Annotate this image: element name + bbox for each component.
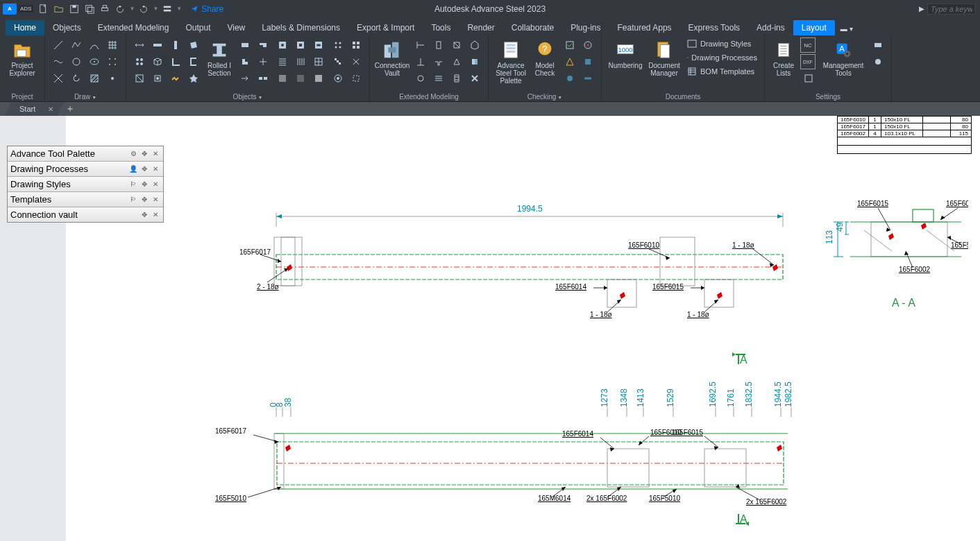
infinite-line-icon[interactable] [49, 70, 67, 87]
em10-icon[interactable] [430, 70, 448, 87]
em1-icon[interactable] [412, 37, 430, 53]
save-icon[interactable] [68, 3, 81, 15]
palette-templates[interactable]: Templates 🏳✥✕ [8, 192, 163, 207]
em11-icon[interactable] [448, 70, 466, 87]
open-icon[interactable] [53, 3, 65, 15]
tab-labels[interactable]: Labels & Dimensions [253, 20, 348, 35]
grating2-icon[interactable] [292, 53, 310, 70]
panel-draw-title[interactable]: Draw [74, 92, 96, 101]
grating1-icon[interactable] [273, 53, 292, 70]
weld-icon[interactable] [167, 70, 185, 87]
pin-icon[interactable]: ✥ [140, 180, 149, 189]
palette-drawstyles[interactable]: Drawing Styles 🏳✥✕ [8, 177, 163, 192]
split-icon[interactable] [254, 70, 272, 87]
column-icon[interactable] [167, 37, 185, 53]
document-manager-button[interactable]: Document Manager [646, 37, 682, 87]
pattern3-icon[interactable] [329, 53, 347, 70]
tab-objects[interactable]: Objects [44, 20, 90, 35]
close-icon[interactable]: ✕ [151, 180, 160, 189]
em5-icon[interactable] [412, 53, 430, 70]
project-explorer-button[interactable]: Project Explorer [4, 37, 40, 87]
angle-icon[interactable] [167, 53, 185, 70]
tab-output[interactable]: Output [177, 20, 219, 35]
palette-advance[interactable]: Advance Tool Palette ⚙✥✕ [8, 146, 163, 162]
add-tab-button[interactable]: ＋ [62, 102, 78, 116]
em4-icon[interactable] [466, 37, 484, 53]
create-lists-button[interactable]: Create Lists [769, 37, 798, 87]
close-icon[interactable]: ✕ [151, 149, 160, 159]
em2-icon[interactable] [430, 37, 448, 53]
tab-render[interactable]: Render [459, 20, 502, 35]
grating3-icon[interactable] [310, 53, 328, 70]
feature-icon[interactable] [149, 70, 167, 87]
tab-view[interactable]: View [219, 20, 253, 35]
set4-icon[interactable] [869, 37, 887, 53]
tab-extmod[interactable]: Extended Modeling [90, 20, 178, 35]
diag-icon[interactable] [130, 70, 149, 87]
bolts-icon[interactable] [130, 53, 149, 70]
pattern1-icon[interactable] [329, 37, 347, 53]
beam-icon[interactable] [149, 37, 167, 53]
gear-icon[interactable]: ⚙ [128, 149, 138, 159]
tab-export[interactable]: Export & Import [348, 20, 423, 35]
undo-draw-icon[interactable] [67, 70, 85, 87]
chk5-icon[interactable] [561, 70, 579, 87]
axis-icon[interactable] [130, 37, 149, 53]
hole3-icon[interactable] [310, 37, 328, 53]
palette-drawproc[interactable]: Drawing Processes 👤✥✕ [8, 162, 163, 177]
hole1-icon[interactable] [273, 37, 292, 53]
flag-icon[interactable]: 🏳 [128, 180, 138, 189]
paper[interactable]: 165F60101150x10 FL80 165F60171150x10 FL8… [66, 116, 980, 541]
rolled-isection-button[interactable]: Rolled I Section [204, 37, 235, 87]
pin-icon[interactable]: ✥ [140, 210, 149, 220]
close-icon[interactable]: ✕ [151, 210, 160, 220]
share-button[interactable]: Share [190, 4, 223, 14]
close-icon[interactable]: ✕ [48, 105, 53, 113]
pattern5-icon[interactable] [329, 70, 347, 87]
em9-icon[interactable] [412, 70, 430, 87]
em8-icon[interactable] [466, 53, 484, 70]
redo-icon[interactable] [137, 3, 150, 15]
line-icon[interactable] [49, 37, 67, 53]
hole2-icon[interactable] [292, 37, 310, 53]
em3-icon[interactable] [448, 37, 466, 53]
em7-icon[interactable] [448, 53, 466, 70]
saveas-icon[interactable] [83, 3, 96, 15]
doctab-start[interactable]: Start✕ [6, 102, 63, 116]
clip-icon[interactable] [236, 53, 254, 70]
set3-icon[interactable] [800, 70, 818, 87]
search-input[interactable] [927, 3, 976, 15]
trim-icon[interactable] [254, 53, 272, 70]
pattern2-icon[interactable] [347, 37, 365, 53]
special-icon[interactable] [185, 70, 203, 87]
extend-icon[interactable] [236, 70, 254, 87]
ellipse-icon[interactable] [85, 53, 103, 70]
ribbon-min-icon[interactable]: ▬ ▾ [835, 22, 859, 35]
close-icon[interactable]: ✕ [151, 164, 160, 174]
cope-icon[interactable] [236, 37, 254, 53]
chk6-icon[interactable] [579, 70, 597, 87]
model-check-button[interactable]: ? Model Check [530, 37, 559, 87]
tab-tools[interactable]: Tools [423, 20, 459, 35]
flag-icon[interactable]: 🏳 [128, 195, 138, 205]
dxf-icon[interactable]: DXF [800, 54, 816, 69]
panel-checking-title[interactable]: Checking [527, 92, 563, 101]
panel-objects-title[interactable]: Objects [233, 92, 263, 101]
tab-addins[interactable]: Add-ins [748, 20, 793, 35]
mesh3-icon[interactable] [310, 70, 328, 87]
tool-palette[interactable]: Advance Tool Palette ⚙✥✕ Drawing Process… [7, 146, 164, 223]
pattern4-icon[interactable] [347, 53, 365, 70]
drawing-processes-button[interactable]: Drawing Processes [684, 51, 760, 65]
numbering-button[interactable]: 1000 Numbering [606, 37, 645, 87]
advance-steel-palette-button[interactable]: Advance Steel Tool Palette [493, 37, 529, 87]
bom-templates-button[interactable]: BOM Templates [684, 65, 760, 78]
polyline-icon[interactable] [67, 37, 85, 53]
hatch-icon[interactable] [85, 70, 103, 87]
chk4-icon[interactable] [579, 53, 597, 70]
print-icon[interactable] [99, 3, 111, 15]
spline-icon[interactable] [49, 53, 67, 70]
palette-connvault[interactable]: Connection vault ✥✕ [8, 207, 163, 222]
mesh2-icon[interactable] [292, 70, 310, 87]
tab-featured[interactable]: Featured Apps [609, 20, 680, 35]
plate-icon[interactable] [185, 37, 203, 53]
